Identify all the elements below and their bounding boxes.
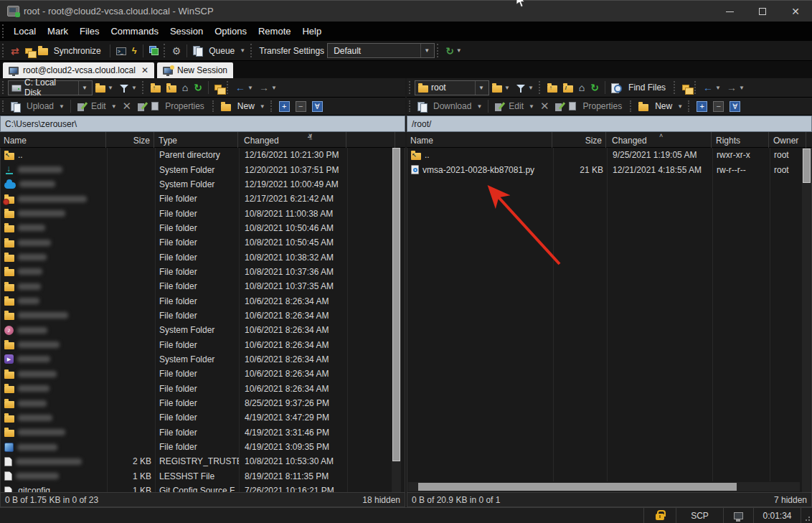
menu-mark[interactable]: Mark	[42, 22, 74, 41]
file-row[interactable]: File folder10/6/2021 8:26:34 AM	[1, 382, 405, 396]
column-header-name[interactable]: Name	[0, 132, 106, 148]
select-plus-icon[interactable]: +	[694, 98, 710, 115]
open-terminal-icon[interactable]: >_	[113, 42, 129, 60]
file-row[interactable]: File folder4/19/2021 3:47:29 PM	[1, 410, 405, 425]
delete-icon[interactable]: ✕	[537, 98, 552, 115]
file-row[interactable]: 1 KBLESSHST File8/19/2021 8:11:35 PM	[1, 469, 405, 484]
remote-directory-selector[interactable]: root ▼	[415, 80, 489, 95]
vertical-scrollbar[interactable]	[392, 148, 401, 492]
close-tab-icon[interactable]: ✕	[141, 65, 148, 75]
file-row[interactable]: File folder10/8/2021 10:50:46 AM	[1, 221, 405, 235]
connection-icon[interactable]	[724, 508, 754, 523]
close-button[interactable]: ✕	[779, 1, 812, 22]
maximize-button[interactable]	[746, 1, 779, 22]
copy-folders-icon[interactable]	[22, 42, 35, 60]
file-row[interactable]: System Folder12/20/2021 10:37:51 PM	[1, 162, 405, 176]
toolbar-grip[interactable]	[539, 81, 542, 94]
menu-help[interactable]: Help	[296, 22, 327, 41]
toolbar-grip[interactable]	[142, 81, 145, 94]
toolbar-grip[interactable]	[250, 44, 253, 57]
toolbar-grip[interactable]	[2, 81, 5, 94]
parent-directory-icon[interactable]: ↑	[544, 79, 560, 96]
column-header-name[interactable]: Name	[407, 132, 552, 148]
scrollbar-thumb[interactable]	[803, 149, 811, 183]
toolbar-grip[interactable]	[270, 100, 273, 113]
toolbar-grip[interactable]	[409, 81, 412, 94]
open-putty-icon[interactable]: ϟ	[129, 42, 140, 60]
file-row[interactable]: File folder10/6/2021 8:26:34 AM	[1, 367, 405, 381]
toolbar-grip[interactable]	[227, 81, 230, 94]
toolbar-grip[interactable]	[409, 100, 412, 113]
column-header-type[interactable]: Type	[154, 132, 238, 148]
synchronize-button[interactable]: Synchronize	[35, 42, 107, 60]
forward-icon[interactable]: →▼	[724, 79, 747, 96]
menu-session[interactable]: Session	[164, 22, 209, 41]
select-plus-icon[interactable]: +	[276, 98, 293, 115]
edit-button[interactable]: Edit▼	[74, 98, 120, 115]
chevron-down-icon[interactable]: ▼	[420, 44, 433, 57]
forward-icon[interactable]: →▼	[256, 79, 280, 96]
chevron-down-icon[interactable]: ▼	[78, 81, 90, 95]
vertical-scrollbar[interactable]	[802, 148, 811, 492]
find-files-button[interactable]: Find Files	[608, 79, 671, 96]
back-icon[interactable]: ←▼	[232, 79, 256, 96]
toolbar-grip[interactable]	[2, 24, 5, 38]
file-row[interactable]: File folder4/19/2021 3:09:35 PM	[1, 440, 405, 454]
edit-button[interactable]: Edit▼	[491, 98, 537, 115]
horizontal-scrollbar[interactable]	[408, 482, 800, 491]
refresh-icon[interactable]: ↻	[587, 79, 602, 96]
open-directory-icon[interactable]: ▼	[489, 79, 513, 96]
home-directory-icon[interactable]: ⌂	[576, 79, 587, 96]
filter-icon[interactable]: ▼	[116, 79, 140, 96]
toolbar-grip[interactable]	[688, 100, 691, 113]
encryption-lock-icon[interactable]	[644, 508, 676, 523]
file-row[interactable]: File folder10/8/2021 10:50:45 AM	[1, 235, 405, 250]
root-directory-icon[interactable]: \	[164, 79, 179, 96]
minimize-button[interactable]	[713, 1, 746, 22]
invert-selection-icon[interactable]: ∀	[727, 98, 743, 115]
column-header-size[interactable]: Size	[552, 132, 606, 148]
open-directory-icon[interactable]: ▼	[93, 79, 116, 96]
new-session-tab[interactable]: New Session	[157, 62, 233, 78]
file-row[interactable]: File folder10/8/2021 11:00:38 AM	[1, 206, 405, 220]
new-button[interactable]: New▼	[636, 98, 686, 115]
menu-options[interactable]: Options	[209, 22, 252, 41]
duplicate-icon[interactable]	[134, 98, 148, 115]
copy-to-other-panel-icon[interactable]	[212, 79, 225, 96]
refresh-icon[interactable]: ↻	[191, 79, 205, 96]
local-file-list[interactable]: ..Parent directory12/16/2021 10:21:30 PM…	[0, 148, 405, 492]
toolbar-grip[interactable]	[694, 81, 697, 94]
menu-files[interactable]: Files	[74, 22, 105, 41]
transfer-options-icon[interactable]: ↻▼	[443, 42, 465, 60]
file-row[interactable]: File folder10/8/2021 10:37:36 AM	[1, 265, 405, 279]
resize-grip[interactable]	[803, 514, 811, 522]
synchronize-browsing-icon[interactable]: ⇄	[8, 42, 22, 60]
duplicate-icon[interactable]	[552, 98, 566, 115]
file-row[interactable]: ▶System Folder10/6/2021 8:26:34 AM	[1, 352, 405, 367]
menu-local[interactable]: Local	[8, 22, 42, 41]
file-row[interactable]: vmsa-2021-0028-kb87081.py21 KB12/21/2021…	[407, 162, 811, 176]
toolbar-grip[interactable]	[2, 44, 5, 57]
file-row[interactable]: ..9/25/2021 1:19:05 AMrwxr-xr-xroot	[407, 148, 811, 162]
transfer-settings-combo[interactable]: Default ▼	[327, 43, 435, 58]
file-row[interactable]: File folder10/6/2021 8:26:34 AM	[1, 308, 405, 323]
column-header-size[interactable]: Size	[106, 132, 154, 148]
file-row[interactable]: File folder12/17/2021 6:21:42 AM	[1, 192, 405, 206]
drive-selector[interactable]: C: Local Disk ▼	[8, 80, 93, 95]
delete-icon[interactable]: ✕	[120, 98, 135, 115]
filter-icon[interactable]: ▼	[513, 79, 537, 96]
file-row[interactable]: .gitconfig1 KBGit Config Source F...7/26…	[1, 484, 405, 492]
remote-path-bar[interactable]: /root/	[407, 116, 812, 132]
scrollbar-thumb[interactable]	[418, 483, 737, 491]
root-directory-icon[interactable]: /	[560, 79, 576, 96]
parent-directory-icon[interactable]: ↑	[148, 79, 164, 96]
unselect-minus-icon[interactable]: −	[710, 98, 727, 115]
chevron-down-icon[interactable]: ▼	[475, 81, 487, 95]
file-row[interactable]: File folder8/25/2021 9:37:26 PM	[1, 396, 405, 410]
file-row[interactable]: ..Parent directory12/16/2021 10:21:30 PM	[1, 148, 405, 162]
swap-panels-icon[interactable]	[146, 42, 161, 60]
file-row[interactable]: 2 KBREGISTRY_TRUSTE...10/8/2021 10:53:30…	[1, 454, 405, 468]
back-icon[interactable]: ←▼	[700, 79, 724, 96]
file-row[interactable]: File folder10/8/2021 10:37:35 AM	[1, 279, 405, 293]
column-header-owner[interactable]: Owner	[769, 132, 806, 148]
